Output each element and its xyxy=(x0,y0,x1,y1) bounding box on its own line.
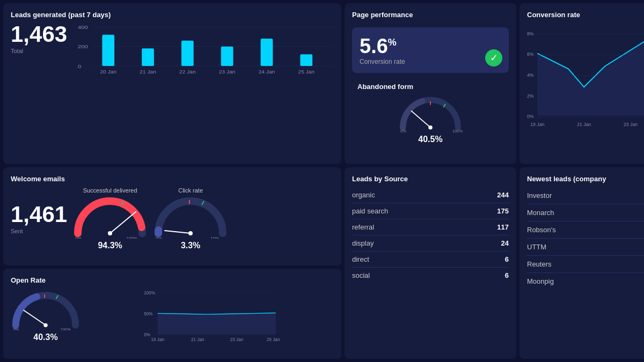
source-count-social: 6 xyxy=(505,271,509,279)
delivered-label: Successful delivered xyxy=(83,187,137,194)
open-rate-line-chart: 100% 50% 0% 19 Jan 21 Jan xyxy=(86,289,334,344)
delivered-gauge-container: Successful delivered 0% 100% 94.3% xyxy=(72,187,148,250)
abandoned-title: Abandoned form xyxy=(357,83,503,91)
welcome-emails-title: Welcome emails xyxy=(11,175,334,183)
leads-total-label: Total xyxy=(11,48,67,54)
source-name-display: display xyxy=(352,239,374,247)
svg-text:100%: 100% xyxy=(126,236,137,239)
svg-text:10%: 10% xyxy=(210,236,219,239)
conversion-chart-svg: 8% 6% 4% 2% 0% 19 Jan 21 Jan 23 Jan xyxy=(527,23,644,130)
source-count-referral: 117 xyxy=(497,223,509,231)
page-performance-card: Page performance 5.6% Conversion rate ✓ … xyxy=(345,3,516,164)
svg-text:25 Jan: 25 Jan xyxy=(267,337,280,342)
svg-text:20 Jan: 20 Jan xyxy=(100,70,117,75)
page-perf-title: Page performance xyxy=(352,11,509,19)
source-name-social: social xyxy=(352,271,370,279)
svg-text:6%: 6% xyxy=(527,51,534,57)
lead-item-investor: Investor xyxy=(527,187,644,204)
svg-text:100%: 100% xyxy=(61,328,71,331)
source-name-referral: referral xyxy=(352,223,374,231)
leads-bar-chart: 400 200 0 20 Jan 21 Jan 22 Ja xyxy=(78,23,334,77)
click-gauge-svg: 0% 10% xyxy=(153,196,228,239)
svg-text:4%: 4% xyxy=(527,72,534,78)
svg-line-38 xyxy=(110,212,136,233)
svg-text:19 Jan: 19 Jan xyxy=(151,337,164,342)
source-row-paid: paid search 175 xyxy=(352,203,509,219)
svg-text:25 Jan: 25 Jan xyxy=(298,70,315,75)
svg-text:21 Jan: 21 Jan xyxy=(577,122,591,127)
source-count-display: 24 xyxy=(501,239,509,247)
svg-text:0%: 0% xyxy=(400,129,406,134)
svg-point-39 xyxy=(108,231,112,235)
dashboard: Leads generated (past 7 days) 1,463 Tota… xyxy=(0,0,644,362)
lead-item-monarch: Monarch xyxy=(527,204,644,221)
svg-text:0: 0 xyxy=(78,64,82,69)
source-row-display: display 24 xyxy=(352,235,509,252)
source-name-organic: organic xyxy=(352,191,375,199)
svg-text:50%: 50% xyxy=(144,312,152,316)
svg-rect-8 xyxy=(142,48,154,66)
source-count-paid: 175 xyxy=(497,207,509,215)
click-value: 3.3% xyxy=(181,241,200,250)
abandoned-gauge-container: 0% 100% 40.5% xyxy=(357,95,503,144)
svg-text:21 Jan: 21 Jan xyxy=(140,70,156,75)
open-rate-gauge-container: 0% 100% 40.3% xyxy=(11,290,80,342)
svg-text:0%: 0% xyxy=(75,236,82,239)
svg-text:23 Jan: 23 Jan xyxy=(624,122,638,127)
emails-sent-label: Sent xyxy=(11,228,67,234)
svg-text:21 Jan: 21 Jan xyxy=(191,337,204,342)
abandoned-form-card: Abandoned form 0% 100% xyxy=(352,77,509,150)
svg-line-18 xyxy=(412,111,430,128)
open-rate-gauge-svg: 0% 100% xyxy=(11,290,80,330)
svg-rect-6 xyxy=(103,35,115,66)
svg-line-44 xyxy=(165,231,191,233)
svg-text:100%: 100% xyxy=(144,291,155,295)
svg-point-45 xyxy=(188,231,193,235)
source-name-direct: direct xyxy=(352,255,369,263)
svg-text:0%: 0% xyxy=(13,328,19,331)
source-count-organic: 244 xyxy=(497,191,509,199)
newest-leads-card: Newest leads (company Investor Monarch R… xyxy=(519,167,644,359)
source-row-referral: referral 117 xyxy=(352,219,509,235)
open-rate-content: 0% 100% 40.3% 100% 50% 0% xyxy=(11,289,334,344)
source-row-direct: direct 6 xyxy=(352,252,509,268)
source-name-paid: paid search xyxy=(352,207,388,215)
svg-text:24 Jan: 24 Jan xyxy=(259,70,275,75)
click-label: Click rate xyxy=(178,187,203,194)
svg-rect-16 xyxy=(301,54,313,66)
svg-text:100%: 100% xyxy=(452,129,463,134)
svg-text:200: 200 xyxy=(78,44,88,49)
lead-item-reuters: Reuters xyxy=(527,256,644,273)
lead-item-robsons: Robson's xyxy=(527,221,644,239)
source-row-organic: organic 244 xyxy=(352,187,509,203)
svg-text:0%: 0% xyxy=(144,333,150,337)
perf-rate-label: Conversion rate xyxy=(360,58,501,65)
svg-text:8%: 8% xyxy=(527,31,534,36)
abandoned-gauge-svg: 0% 100% xyxy=(393,95,468,132)
leads-total-number: 1,463 xyxy=(11,23,67,46)
svg-rect-10 xyxy=(181,41,194,66)
delivered-value: 94.3% xyxy=(98,241,122,250)
svg-text:2%: 2% xyxy=(527,93,534,99)
leads-source-card: Leads by Source organic 244 paid search … xyxy=(345,167,516,359)
abandoned-value: 40.5% xyxy=(418,135,442,144)
svg-text:23 Jan: 23 Jan xyxy=(219,70,236,75)
open-rate-title: Open Rate xyxy=(11,276,334,284)
click-gauge-container: Click rate 0% 10% 3.3% xyxy=(153,187,228,250)
leads-generated-title: Leads generated (past 7 days) xyxy=(11,11,334,19)
perf-rate-value: 5.6% xyxy=(360,35,501,58)
source-count-direct: 6 xyxy=(505,255,509,263)
check-icon: ✓ xyxy=(485,49,502,67)
conversion-rate-title: Conversion rate xyxy=(527,11,644,19)
leads-generated-card: Leads generated (past 7 days) 1,463 Tota… xyxy=(3,3,341,164)
perf-main-box: 5.6% Conversion rate ✓ xyxy=(352,27,509,73)
welcome-emails-card: Welcome emails 1,461 Sent Successful del… xyxy=(3,167,341,265)
open-rate-value: 40.3% xyxy=(33,333,57,342)
svg-text:0%: 0% xyxy=(156,236,162,239)
lead-item-moonpig: Moonpig xyxy=(527,273,644,290)
svg-rect-14 xyxy=(261,39,273,66)
svg-point-19 xyxy=(428,125,432,129)
source-row-social: social 6 xyxy=(352,268,509,283)
lead-item-uttm: UTTM xyxy=(527,239,644,256)
svg-text:400: 400 xyxy=(78,25,88,30)
